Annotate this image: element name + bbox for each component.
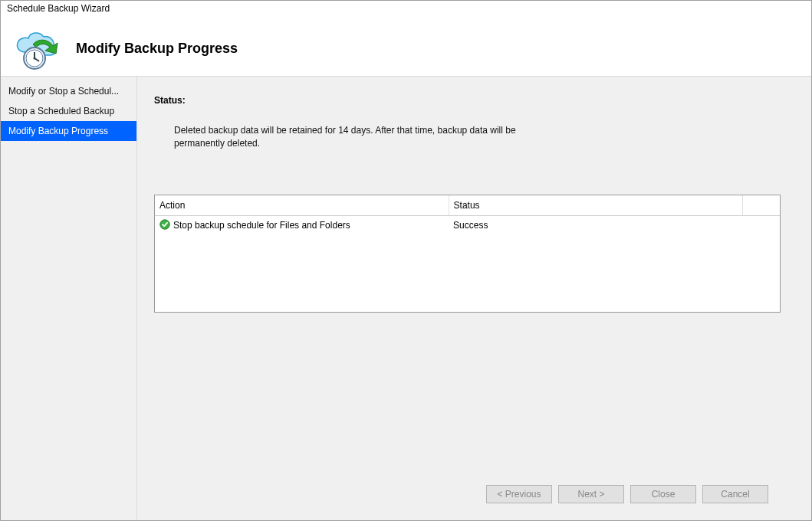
sidebar-item-label: Modify or Stop a Schedul... (8, 86, 119, 97)
status-heading: Status: (154, 95, 781, 106)
close-button[interactable]: Close (630, 485, 696, 503)
wizard-body: Modify or Stop a Schedul... Stop a Sched… (1, 76, 811, 520)
sidebar-item-modify-progress[interactable]: Modify Backup Progress (1, 121, 136, 141)
status-detail-text: Deleted backup data will be retained for… (174, 124, 534, 150)
wizard-content: Status: Deleted backup data will be reta… (137, 76, 811, 520)
sidebar-item-label: Modify Backup Progress (8, 126, 108, 136)
window-title: Schedule Backup Wizard (1, 1, 811, 18)
sidebar-item-label: Stop a Scheduled Backup (8, 106, 114, 116)
wizard-footer: < Previous Next > Close Cancel (154, 476, 781, 513)
column-header-status[interactable]: Status (449, 195, 742, 216)
progress-table: Action Status (154, 195, 781, 313)
cancel-button: Cancel (702, 485, 768, 503)
column-header-action[interactable]: Action (155, 195, 449, 216)
action-text: Stop backup schedule for Files and Folde… (173, 220, 350, 231)
column-header-spacer (742, 195, 780, 216)
wizard-window: Schedule Backup Wizard Modify Backup Pro… (0, 0, 812, 521)
table-header-row: Action Status (155, 195, 780, 216)
success-check-icon (159, 219, 170, 232)
sidebar-item-modify-or-stop[interactable]: Modify or Stop a Schedul... (1, 81, 136, 101)
sidebar-item-stop-scheduled[interactable]: Stop a Scheduled Backup (1, 101, 136, 121)
page-title: Modify Backup Progress (76, 41, 238, 57)
table-row[interactable]: Stop backup schedule for Files and Folde… (155, 215, 780, 235)
next-button: Next > (558, 485, 624, 503)
svg-point-4 (34, 57, 36, 59)
backup-wizard-icon (12, 28, 61, 70)
wizard-steps-sidebar: Modify or Stop a Schedul... Stop a Sched… (1, 76, 137, 520)
wizard-header: Modify Backup Progress (1, 18, 811, 76)
status-text: Success (449, 215, 742, 235)
previous-button: < Previous (486, 485, 552, 503)
